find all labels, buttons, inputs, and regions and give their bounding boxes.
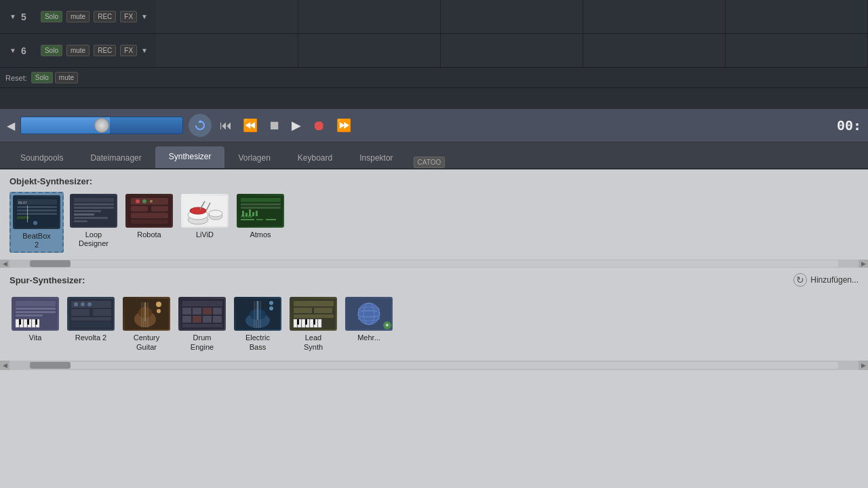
synth-thumb-revolta: [67, 297, 115, 331]
cell-6-1: [156, 34, 298, 67]
cell-6-5: [726, 34, 868, 67]
synth-thumb-beatbox2: BEAT: [13, 195, 60, 229]
reset-solo-btn[interactable]: Solo: [31, 72, 53, 83]
synth-item-robota[interactable]: Robota: [123, 192, 175, 253]
objekt-synth-grid: BEAT BeatBox2: [9, 192, 859, 253]
svg-rect-67: [71, 322, 111, 327]
hinzufugen-button[interactable]: ↻ Hinzufügen...: [793, 273, 859, 287]
svg-rect-21: [151, 206, 168, 211]
robota-preview: [127, 196, 172, 226]
svg-rect-22: [131, 213, 168, 218]
play-btn[interactable]: ▶: [289, 117, 304, 134]
skip-to-start-btn[interactable]: ◀: [7, 119, 15, 132]
svg-rect-84: [193, 308, 201, 314]
synth-label-revolta2: Revolta 2: [75, 333, 106, 342]
svg-rect-91: [182, 324, 222, 327]
svg-rect-82: [182, 301, 222, 306]
synth-label-atmos: Atmos: [250, 230, 271, 239]
synth-thumb-electric: [234, 297, 281, 331]
synth-item-mehr[interactable]: + Mehr...: [343, 295, 395, 353]
synth-item-revolta2[interactable]: Revolta 2: [65, 295, 117, 353]
skip-back-btn[interactable]: ⏮: [217, 117, 235, 134]
svg-rect-23: [131, 220, 168, 224]
synth-item-drum-engine[interactable]: DrumEngine: [176, 295, 228, 353]
reset-mute-btn[interactable]: mute: [55, 72, 78, 83]
svg-point-80: [157, 309, 161, 313]
transport-bar: ◀ ⏮ ⏪ ⏹ ▶ ⏺ ⏩ 00:: [0, 108, 868, 142]
fast-forward-btn[interactable]: ⏩: [334, 117, 354, 134]
scrollbar-horizontal[interactable]: [30, 260, 838, 267]
livid-preview: [183, 196, 227, 226]
svg-rect-104: [294, 308, 312, 313]
synth-item-lead-synth[interactable]: LeadSynth: [288, 295, 339, 353]
tab-soundpools[interactable]: Soundpools: [7, 148, 77, 168]
svg-rect-37: [241, 203, 281, 205]
svg-rect-57: [32, 319, 35, 327]
svg-rect-14: [74, 210, 101, 212]
synth-item-vita[interactable]: Vita: [9, 295, 61, 353]
synth-item-atmos[interactable]: Atmos Atmos: [235, 192, 286, 253]
cell-6-4: [583, 34, 726, 67]
spur-scrollbar-horizontal[interactable]: [30, 362, 838, 369]
synth-label-vita: Vita: [29, 333, 42, 342]
cell-5-1: [156, 0, 298, 33]
tab-dateimanager[interactable]: Dateimanager: [77, 148, 155, 168]
rewind-btn[interactable]: ⏪: [240, 117, 260, 134]
transport-time-display: 00:: [837, 117, 861, 134]
svg-rect-11: [74, 198, 114, 202]
svg-rect-46: [252, 212, 254, 216]
transport-progress-bar[interactable]: [20, 117, 183, 134]
objekt-section-scrollbar[interactable]: ◀ ▶: [0, 260, 868, 268]
rec-btn-5[interactable]: REC: [94, 11, 116, 22]
tab-keyboard[interactable]: Keyboard: [284, 148, 346, 168]
svg-rect-4: [17, 209, 57, 211]
tab-inspektor[interactable]: Inspektor: [346, 148, 406, 168]
synth-item-livid[interactable]: LiViD: [179, 192, 231, 253]
spur-section-header: Spur-Synthesizer: ↻ Hinzufügen...: [0, 268, 868, 292]
tab-synthesizer[interactable]: Synthesizer: [155, 146, 225, 168]
tabs-bar: Soundpools Dateimanager Synthesizer Vorl…: [0, 142, 868, 169]
tab-vorlagen[interactable]: Vorlagen: [224, 148, 283, 168]
svg-rect-66: [71, 317, 111, 321]
sync-button[interactable]: [189, 114, 212, 137]
scroll-left-btn[interactable]: ◀: [0, 260, 9, 268]
synth-item-century-guitar[interactable]: CenturyGuitar: [121, 295, 172, 353]
mute-btn-6[interactable]: mute: [66, 45, 90, 56]
svg-rect-3: [17, 206, 57, 208]
spur-scroll-left-btn[interactable]: ◀: [0, 361, 9, 370]
rec-btn-6[interactable]: REC: [94, 45, 116, 56]
stop-btn[interactable]: ⏹: [266, 117, 283, 134]
track-cells-6: [156, 34, 868, 67]
solo-btn-6[interactable]: Solo: [41, 45, 62, 56]
svg-rect-86: [213, 308, 222, 314]
svg-point-70: [87, 302, 92, 306]
fx-btn-5[interactable]: FX: [120, 11, 137, 22]
fx-btn-6[interactable]: FX: [120, 45, 137, 56]
drum-engine-preview: [180, 299, 224, 329]
track-row-6: ▼ 6 Solo mute REC FX ▼: [0, 34, 868, 68]
progress-thumb[interactable]: [94, 118, 109, 133]
synth-thumb-vita: [12, 297, 59, 331]
synth-thumb-atmos: Atmos: [237, 194, 284, 228]
synth-label-robota: Robota: [137, 230, 161, 239]
scroll-right-btn[interactable]: ▶: [859, 260, 868, 268]
svg-rect-16: [74, 217, 108, 219]
synth-item-beatbox2[interactable]: BEAT BeatBox2: [9, 192, 64, 253]
spur-synth-grid: Vita Revolta: [0, 292, 868, 360]
synth-item-electric-bass[interactable]: ElectricBass: [232, 295, 283, 353]
revolta-preview: [69, 299, 113, 329]
mute-btn-5[interactable]: mute: [66, 11, 90, 22]
synth-label-drum-engine: DrumEngine: [191, 333, 214, 351]
svg-rect-103: [294, 301, 334, 306]
spur-scroll-right-btn[interactable]: ▶: [859, 361, 868, 370]
spur-section-scrollbar[interactable]: ◀ ▶: [0, 361, 868, 370]
track-arrow-5: ▼: [9, 13, 16, 20]
svg-rect-9: [27, 205, 28, 222]
svg-rect-38: [241, 207, 281, 209]
solo-btn-5[interactable]: Solo: [41, 11, 62, 22]
record-btn[interactable]: ⏺: [309, 117, 328, 135]
svg-point-69: [81, 302, 85, 306]
synth-item-loop-designer[interactable]: LoopDesigner: [68, 192, 119, 253]
svg-rect-85: [203, 308, 212, 314]
svg-rect-61: [35, 319, 37, 325]
